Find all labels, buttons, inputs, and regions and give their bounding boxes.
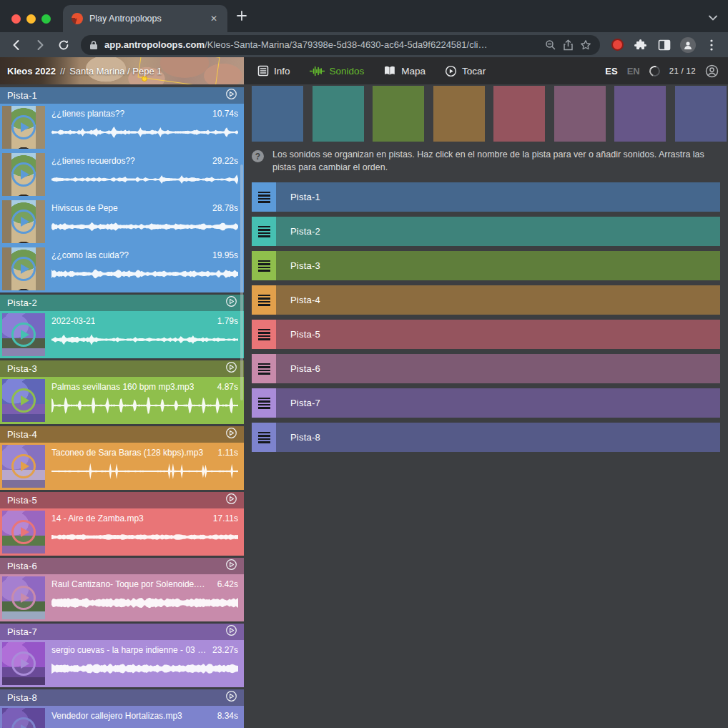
track-drag-handle[interactable] (252, 354, 276, 383)
play-track-button[interactable] (225, 690, 237, 705)
track-row-body[interactable]: Pista-1 (276, 182, 720, 212)
track-color-swatch[interactable] (493, 86, 545, 142)
clip-play-overlay-icon[interactable] (11, 520, 36, 544)
track-row[interactable]: Pista-1 (252, 182, 720, 212)
track-section-header[interactable]: Pista-8 (0, 689, 244, 706)
nav-item-info[interactable]: Info (257, 65, 290, 77)
nav-item-sonidos[interactable]: Sonidos (310, 66, 365, 77)
track-row[interactable]: Pista-6 (252, 354, 720, 383)
play-track-button[interactable] (225, 295, 237, 310)
track-section-header[interactable]: Pista-2 (0, 295, 244, 311)
track-row-body[interactable]: Pista-8 (276, 423, 720, 452)
play-track-button[interactable] (225, 361, 237, 376)
browser-tab[interactable]: Play Antropoloops ✕ (63, 5, 227, 32)
track-drag-handle[interactable] (252, 388, 276, 418)
track-title[interactable]: Pista-7 (7, 626, 225, 637)
track-title[interactable]: Pista-1 (7, 90, 225, 101)
clip-play-overlay-icon[interactable] (11, 651, 36, 676)
audio-clip[interactable]: Vendedor callejero Hortalizas.mp38.34s (0, 706, 244, 728)
track-title[interactable]: Pista-4 (7, 429, 225, 440)
close-window-button[interactable] (11, 14, 21, 24)
clip-play-overlay-icon[interactable] (11, 210, 36, 234)
breadcrumb-project[interactable]: Kleos 2022 (7, 66, 56, 77)
track-drag-handle[interactable] (252, 251, 276, 280)
audio-clip[interactable]: ¿¿tienes plantas??10.74s (0, 104, 244, 151)
address-bar[interactable]: app.antropoloops.com/Kleos-Santa-Marina/… (81, 35, 600, 55)
track-row-body[interactable]: Pista-5 (276, 320, 720, 349)
audio-clip[interactable]: 2022-03-211.79s (0, 311, 244, 358)
forward-button[interactable] (31, 36, 49, 54)
nav-item-tocar[interactable]: Tocar (445, 65, 486, 77)
track-row-body[interactable]: Pista-2 (276, 217, 720, 246)
back-button[interactable] (7, 36, 26, 54)
track-row-body[interactable]: Pista-3 (276, 251, 720, 280)
audio-clip[interactable]: ¿¿como las cuida??19.95s (0, 245, 244, 292)
nav-item-mapa[interactable]: Mapa (383, 65, 426, 77)
audio-clip[interactable]: Raul Cantizano- Toque por Solenoide.mp36… (0, 574, 244, 621)
clip-play-overlay-icon[interactable] (11, 257, 36, 281)
tab-close-icon[interactable]: ✕ (207, 12, 220, 25)
breadcrumb-page[interactable]: Santa Marina / Pepe 1 (69, 66, 162, 77)
sidebar-scrollbar[interactable] (240, 164, 243, 400)
clip-play-overlay-icon[interactable] (11, 115, 36, 139)
track-drag-handle[interactable] (252, 285, 276, 315)
play-track-button[interactable] (225, 559, 237, 574)
track-row[interactable]: Pista-8 (252, 423, 720, 452)
track-row-body[interactable]: Pista-7 (276, 388, 720, 418)
account-icon[interactable] (705, 64, 719, 78)
track-section-header[interactable]: Pista-3 (0, 360, 244, 377)
reload-button[interactable] (54, 36, 73, 54)
track-color-swatch[interactable] (554, 86, 606, 142)
fullscreen-window-button[interactable] (41, 14, 51, 24)
bookmark-star-icon[interactable] (580, 39, 591, 51)
audio-clip[interactable]: Palmas sevillanas 160 bpm mp3.mp34.87s (0, 377, 244, 424)
track-section-header[interactable]: Pista-4 (0, 426, 244, 443)
play-track-button[interactable] (225, 427, 237, 442)
track-color-swatch[interactable] (313, 86, 364, 142)
track-title[interactable]: Pista-5 (7, 495, 225, 506)
audio-clip[interactable]: 14 - Aire de Zamba.mp317.11s (0, 508, 244, 556)
track-title[interactable]: Pista-3 (7, 363, 225, 374)
new-tab-button[interactable] (236, 10, 247, 24)
zoom-indicator-icon[interactable] (545, 39, 556, 51)
track-row[interactable]: Pista-2 (252, 217, 720, 246)
clip-play-overlay-icon[interactable] (11, 717, 36, 728)
audio-clip[interactable]: ¿¿tienes recuerdos??29.22s (0, 151, 244, 198)
track-row[interactable]: Pista-5 (252, 320, 720, 349)
track-row[interactable]: Pista-4 (252, 285, 720, 315)
side-panel-icon[interactable] (655, 36, 674, 54)
track-drag-handle[interactable] (252, 217, 276, 246)
track-color-swatch[interactable] (373, 86, 424, 142)
track-row[interactable]: Pista-7 (252, 388, 720, 418)
play-track-button[interactable] (225, 88, 237, 103)
track-drag-handle[interactable] (252, 182, 276, 212)
audio-clip[interactable]: Hiviscus de Pepe28.78s (0, 198, 244, 245)
clip-play-overlay-icon[interactable] (11, 162, 36, 187)
audio-clip[interactable]: Taconeo de Sara Baras (128 kbps).mp31.11… (0, 443, 244, 490)
lang-es-button[interactable]: ES (605, 66, 617, 77)
share-icon[interactable] (563, 39, 574, 51)
track-drag-handle[interactable] (252, 423, 276, 452)
track-section-header[interactable]: Pista-6 (0, 558, 244, 574)
clip-play-overlay-icon[interactable] (11, 323, 36, 347)
clip-play-overlay-icon[interactable] (11, 586, 36, 610)
track-row-body[interactable]: Pista-4 (276, 285, 720, 315)
browser-menu-kebab-icon[interactable] (702, 36, 721, 54)
track-drag-handle[interactable] (252, 320, 276, 349)
lang-en-button[interactable]: EN (627, 66, 640, 77)
track-color-swatch[interactable] (614, 86, 666, 142)
extensions-puzzle-icon[interactable] (631, 36, 650, 54)
track-color-swatch[interactable] (433, 86, 485, 142)
browser-profile-avatar[interactable] (679, 36, 697, 54)
play-track-button[interactable] (225, 493, 237, 508)
track-title[interactable]: Pista-6 (7, 561, 225, 571)
audio-clip[interactable]: sergio cuevas - la harpe indienne - 03 -… (0, 640, 244, 687)
clip-play-overlay-icon[interactable] (11, 388, 36, 413)
track-color-swatch[interactable] (252, 86, 303, 142)
track-section-header[interactable]: Pista-7 (0, 624, 244, 640)
track-row-body[interactable]: Pista-6 (276, 354, 720, 383)
track-row[interactable]: Pista-3 (252, 251, 720, 280)
track-section-header[interactable]: Pista-1 (0, 87, 244, 104)
track-section-header[interactable]: Pista-5 (0, 492, 244, 508)
track-color-swatch[interactable] (675, 86, 727, 142)
